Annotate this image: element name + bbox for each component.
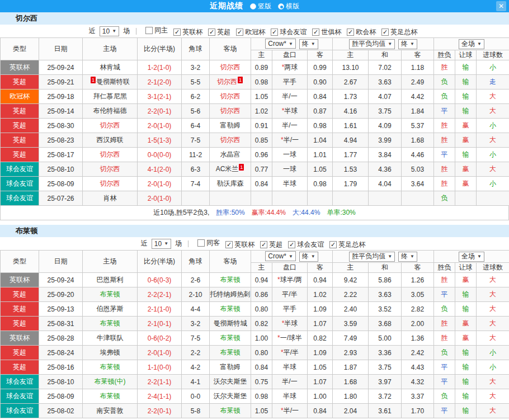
match-scope-select[interactable]: 全场 ▼ (459, 39, 484, 49)
match-score: 3-1(2-1) (138, 89, 182, 104)
avg-draw: 3.72 (369, 389, 402, 404)
goals-result-cell: 大 (477, 389, 509, 404)
match-table-body: 英联杯25-09-24林肯城1-2(1-0)3-2切尔西0.89*两球0.991… (1, 60, 509, 206)
home-team: 南安普敦 (83, 404, 138, 418)
home-team: 肖林 (83, 191, 138, 206)
league-checkbox[interactable]: ✓英超 (260, 240, 282, 249)
corner-score (182, 191, 210, 206)
odds-company-select[interactable]: Crow* ▼ (265, 251, 296, 261)
odds-home: 0.77 (251, 162, 272, 177)
col-home: 主场 (83, 251, 138, 273)
odds-final-select[interactable]: 终 ▼ (299, 39, 318, 49)
handicap-result-cell: 赢 (455, 331, 477, 346)
home-team: 布伦特福德 (83, 104, 138, 119)
match-score: 2-1(1-0) (138, 302, 182, 317)
team-label: 布莱顿 (220, 407, 241, 414)
odds-final-select[interactable]: 终 ▼ (299, 252, 318, 262)
goals-result-cell: 大 (477, 273, 509, 287)
match-type-badge: 英超 (1, 346, 39, 360)
match-row: 英超25-08-31布莱顿2-1(0-1)3-2曼彻斯特城0.82*半球1.07… (1, 317, 509, 331)
close-button[interactable]: ✕ (496, 1, 506, 11)
checkbox-icon: ✓ (347, 29, 354, 36)
handicap-result-cell: 输 (455, 89, 477, 104)
odds-home: 1.05 (251, 404, 272, 418)
away-team: 布莱顿 (210, 404, 251, 418)
odds-away: 0.84 (308, 89, 333, 104)
subcol-handicap: 盘口 (272, 50, 308, 60)
result-cell: 负 (434, 191, 455, 206)
wdl-average-select[interactable]: 胜平负均值 ▼ (349, 252, 395, 262)
subcol-avg-home: 主 (333, 263, 369, 273)
checkbox-icon (145, 27, 153, 34)
home-team: 切尔西 (83, 162, 138, 177)
match-type-badge: 英超 (1, 133, 39, 148)
recent-count-select[interactable]: 10 ▼ (100, 26, 119, 36)
subcol-avg-home: 主 (333, 50, 369, 60)
odds-home: 0.84 (251, 360, 272, 375)
league-checkbox[interactable]: ✓英联杯 (225, 240, 254, 249)
view-mode-radio[interactable]: 竖版 (250, 2, 271, 11)
view-mode-radio[interactable]: 横版 (278, 2, 299, 11)
wdl-final-select[interactable]: 终 ▼ (398, 39, 417, 49)
match-type-badge: 英超 (1, 119, 39, 133)
league-checkbox[interactable]: ✓球会友谊 (288, 240, 324, 249)
handicap-result-cell: 赢 (455, 162, 477, 177)
filter-bar: 近 10 ▼ 场 同主✓英联杯✓英超✓欧冠杯✓球会友谊✓世俱杯✓欧会杯✓英足总杯 (0, 25, 509, 37)
match-scope-select[interactable]: 全场 ▼ (459, 252, 484, 262)
checkbox-label: 欧会杯 (356, 27, 376, 37)
same-side-checkbox[interactable]: 同客 (197, 238, 220, 248)
league-checkbox[interactable]: ✓世俱杯 (312, 27, 341, 37)
same-side-checkbox[interactable]: 同主 (145, 26, 168, 35)
match-score: 2-2(0-1) (138, 404, 182, 418)
league-checkbox[interactable]: ✓欧会杯 (347, 27, 376, 37)
league-checkbox[interactable]: ✓欧冠杯 (236, 27, 265, 37)
dropdown-arrow-icon: ▼ (388, 41, 392, 46)
match-type-badge: 球会友谊 (1, 389, 39, 404)
checkbox-icon: ✓ (236, 29, 243, 36)
recent-count-select[interactable]: 10 ▼ (152, 239, 171, 249)
home-team: 切尔西 (83, 177, 138, 191)
wdl-average-value: 胜平负均值 (352, 39, 385, 49)
odds-handicap: *平/半 (272, 346, 308, 360)
handicap-star: * (281, 407, 284, 414)
league-checkbox[interactable]: ✓英足总杯 (329, 240, 365, 249)
subcol-odds-away: 客 (308, 263, 333, 273)
odds-handicap: 半球 (272, 177, 308, 191)
team-label: 布莱顿 (100, 290, 120, 298)
recent-matches-table: 类型 日期 主场 比分(半场) 角球 客场 Crow* ▼ 终 ▼ (0, 250, 509, 418)
avg-draw: 3.36 (369, 346, 402, 360)
odds-group-header: Crow* ▼ 终 ▼ (251, 38, 333, 50)
odds-home: 0.80 (251, 302, 272, 317)
team-label: 切尔西 (100, 180, 120, 187)
wdl-average-select[interactable]: 胜平负均值 ▼ (349, 39, 395, 49)
odds-away: 0.90 (308, 75, 333, 89)
home-team: 切尔西 (83, 119, 138, 133)
games-label: 场 (175, 239, 182, 248)
checkbox-icon: ✓ (329, 241, 337, 248)
match-type-badge: 英超 (1, 302, 39, 317)
subcol-avg-draw: 和 (369, 50, 402, 60)
avg-draw: 3.99 (369, 133, 402, 148)
league-checkbox[interactable]: ✓球会友谊 (271, 27, 307, 37)
odds-away: 0.99 (308, 60, 333, 75)
odds-company-select[interactable]: Crow* ▼ (265, 39, 296, 49)
avg-away: 1.70 (402, 404, 434, 418)
odds-away: 1.07 (308, 317, 333, 331)
checkbox-label: 同主 (154, 26, 168, 35)
away-team: 切尔西1 (210, 75, 251, 89)
league-checkbox[interactable]: ✓英超 (208, 27, 230, 37)
recent-matches-table: 类型 日期 主场 比分(半场) 角球 客场 Crow* ▼ 终 ▼ (0, 37, 509, 206)
odds-handicap: 半/一 (272, 89, 308, 104)
team-label: 切尔西 (100, 150, 120, 158)
checkbox-icon: ✓ (225, 241, 233, 248)
avg-home: 4.16 (333, 104, 369, 119)
avg-away (402, 191, 434, 206)
result-cell: 胜 (434, 60, 455, 75)
red-card-badge: 1 (238, 77, 243, 83)
match-type-badge: 球会友谊 (1, 162, 39, 177)
league-checkbox[interactable]: ✓英足总杯 (381, 27, 417, 37)
wdl-final-select[interactable]: 终 ▼ (398, 252, 417, 262)
goals-result-cell: 大 (477, 89, 509, 104)
team-label: 切尔西 (220, 136, 241, 144)
league-checkbox[interactable]: ✓英联杯 (173, 27, 202, 37)
